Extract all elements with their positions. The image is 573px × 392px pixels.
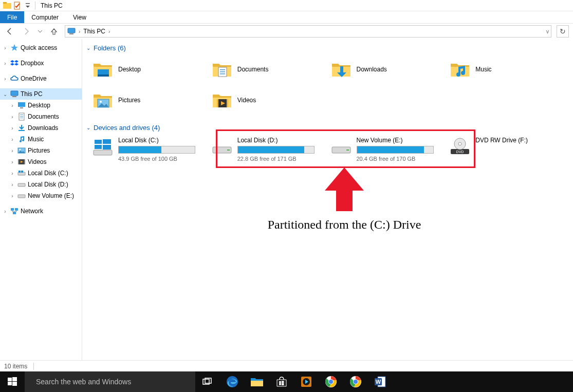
svg-rect-43 — [103, 145, 111, 150]
drive-d-label: Local Disk (D:) — [237, 137, 331, 144]
status-item-count: 10 items — [4, 363, 27, 370]
up-button[interactable] — [48, 26, 60, 37]
folder-music[interactable]: Music — [450, 57, 569, 82]
back-button[interactable] — [4, 26, 15, 37]
search-placeholder: Search the web and Windows — [36, 378, 131, 386]
svg-rect-53 — [12, 377, 17, 381]
group-drives-label: Devices and drives (4) — [94, 124, 160, 132]
taskbar-store[interactable] — [269, 371, 294, 392]
svg-rect-27 — [13, 212, 16, 214]
svg-rect-33 — [220, 73, 225, 74]
tree-onedrive[interactable]: › OneDrive — [0, 73, 82, 84]
tree-music[interactable]: › Music — [0, 134, 82, 145]
breadcrumb-this-pc[interactable]: This PC — [83, 28, 105, 35]
folder-desktop-icon — [93, 59, 113, 80]
svg-rect-47 — [346, 150, 349, 151]
svg-rect-5 — [69, 33, 73, 34]
tree-local-disk-c[interactable]: › Local Disk (C:) — [0, 167, 82, 179]
tree-pictures[interactable]: › Pictures — [0, 145, 82, 156]
svg-text:W: W — [376, 379, 381, 385]
tree-videos[interactable]: › Videos — [0, 156, 82, 167]
drive-d-subtext: 22.8 GB free of 171 GB — [237, 156, 331, 162]
main-area: › Quick access › Dropbox › OneDrive ⌄ Th… — [0, 39, 573, 360]
properties-icon[interactable] — [13, 2, 22, 10]
refresh-button[interactable]: ↻ — [557, 25, 569, 38]
tree-this-pc[interactable]: ⌄ This PC — [0, 88, 82, 100]
start-button[interactable] — [0, 371, 25, 392]
svg-rect-26 — [15, 208, 18, 211]
svg-rect-52 — [8, 378, 12, 381]
task-view-button[interactable] — [195, 371, 220, 392]
drive-e[interactable]: New Volume (E:) 20.4 GB free of 170 GB — [331, 137, 450, 162]
drive-f-label: DVD RW Drive (F:) — [475, 137, 569, 144]
drives-grid: Local Disk (C:) 43.9 GB free of 100 GB L… — [86, 134, 569, 162]
folder-documents[interactable]: Documents — [212, 57, 331, 82]
folder-downloads[interactable]: Downloads — [331, 57, 450, 82]
drive-c[interactable]: Local Disk (C:) 43.9 GB free of 100 GB — [93, 137, 212, 162]
nav-tree[interactable]: › Quick access › Dropbox › OneDrive ⌄ Th… — [0, 39, 82, 360]
separator — [35, 2, 35, 10]
drive-c-usage-bar — [118, 146, 195, 154]
folder-downloads-icon — [331, 59, 352, 80]
forward-button[interactable] — [21, 26, 32, 37]
group-drives-header[interactable]: ⌄ Devices and drives (4) — [86, 122, 569, 134]
svg-rect-45 — [227, 150, 230, 151]
svg-rect-23 — [18, 183, 25, 186]
desktop-icon — [17, 101, 26, 109]
tab-view[interactable]: View — [66, 11, 94, 23]
folder-pictures-icon — [93, 90, 113, 110]
tree-dropbox[interactable]: › Dropbox — [0, 58, 82, 69]
svg-rect-21 — [19, 171, 21, 173]
group-folders-header[interactable]: ⌄ Folders (6) — [86, 42, 569, 54]
taskbar-media-player[interactable] — [294, 371, 319, 392]
music-icon — [17, 135, 26, 143]
address-bar[interactable]: › This PC › v — [65, 25, 551, 38]
tree-quick-access[interactable]: › Quick access — [0, 42, 82, 53]
address-dropdown-icon[interactable]: v — [546, 29, 549, 34]
tree-local-disk-d[interactable]: › Local Disk (D:) — [0, 179, 82, 190]
nav-row: › This PC › v ↻ — [0, 24, 573, 39]
content-pane: ⌄ Folders (6) Desktop Documents Downl — [82, 39, 573, 360]
cloud-icon — [10, 74, 19, 83]
drive-e-subtext: 20.4 GB free of 170 GB — [357, 156, 450, 162]
taskbar-edge[interactable] — [220, 371, 245, 392]
chevron-right-icon[interactable]: › — [108, 29, 110, 34]
download-icon — [17, 124, 26, 132]
drive-f[interactable]: DVD DVD RW Drive (F:) — [450, 137, 569, 162]
taskbar-chrome-1[interactable] — [319, 371, 343, 392]
drive-icon — [17, 180, 26, 189]
tree-new-volume-e[interactable]: › New Volume (E:) — [0, 190, 82, 201]
this-pc-icon — [67, 27, 76, 35]
tree-downloads[interactable]: › Downloads — [0, 122, 82, 134]
folder-pictures[interactable]: Pictures — [93, 88, 212, 113]
window-title: This PC — [39, 2, 63, 9]
svg-rect-9 — [20, 107, 23, 108]
svg-rect-8 — [18, 102, 25, 107]
tab-computer[interactable]: Computer — [24, 11, 66, 23]
svg-point-70 — [354, 380, 358, 384]
taskbar-search[interactable]: Search the web and Windows — [25, 371, 195, 392]
drive-d-usage-bar — [237, 146, 315, 154]
folder-desktop[interactable]: Desktop — [93, 57, 212, 82]
folders-grid: Desktop Documents Downloads Music — [86, 54, 569, 122]
chevron-right-icon[interactable]: › — [79, 29, 80, 34]
svg-point-35 — [100, 101, 102, 103]
drive-c-subtext: 43.9 GB free of 100 GB — [118, 156, 212, 162]
svg-rect-41 — [103, 139, 111, 144]
up-arrow-icon — [324, 167, 365, 214]
tree-network[interactable]: › Network — [0, 206, 82, 217]
usage-fill — [238, 146, 304, 153]
recent-locations-dropdown[interactable] — [37, 26, 43, 37]
taskbar-explorer[interactable] — [245, 371, 269, 392]
taskbar-word[interactable]: W — [368, 371, 393, 392]
titlebar: This PC — [0, 0, 573, 11]
this-pc-icon — [10, 90, 19, 98]
drive-d[interactable]: Local Disk (D:) 22.8 GB free of 171 GB — [212, 137, 331, 162]
folder-videos[interactable]: Videos — [212, 88, 331, 113]
qat-dropdown-icon[interactable] — [24, 2, 29, 10]
taskbar-chrome-2[interactable] — [343, 371, 368, 392]
tab-file[interactable]: File — [0, 11, 24, 23]
tree-desktop[interactable]: › Desktop — [0, 100, 82, 111]
tree-documents[interactable]: › Documents — [0, 111, 82, 122]
status-bar: 10 items — [0, 360, 573, 371]
